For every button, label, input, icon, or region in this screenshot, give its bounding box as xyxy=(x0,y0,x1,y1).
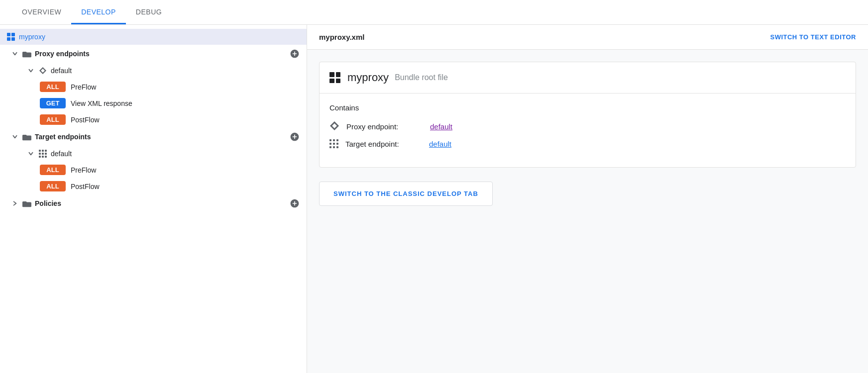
bundle-four-square-icon xyxy=(329,72,340,83)
proxy-endpoint-key: Proxy endpoint: xyxy=(346,122,426,131)
chevron-down-icon xyxy=(10,132,20,142)
target-endpoint-row: Target endpoint: default xyxy=(329,139,846,148)
proxy-postflow-badge: ALL xyxy=(40,114,66,125)
bundle-subtitle: Bundle root file xyxy=(395,73,448,82)
main-layout: myproxy Proxy endpoints xyxy=(0,25,868,373)
add-proxy-endpoint-button[interactable] xyxy=(289,48,301,60)
proxy-get-label: View XML response xyxy=(71,99,301,107)
proxy-endpoint-link[interactable]: default xyxy=(430,122,452,131)
bundle-card: myproxy Bundle root file Contains Pro xyxy=(319,62,856,168)
target-endpoint-key: Target endpoint: xyxy=(345,140,425,148)
chevron-down-icon xyxy=(26,149,36,159)
target-nine-dot-icon xyxy=(329,139,338,148)
sidebar-item-myproxy[interactable]: myproxy xyxy=(0,29,307,45)
diamond-icon xyxy=(38,66,48,76)
sidebar: myproxy Proxy endpoints xyxy=(0,25,307,373)
chevron-down-icon xyxy=(10,49,20,59)
folder-icon xyxy=(22,49,32,59)
top-nav: OVERVIEW DEVELOP DEBUG xyxy=(0,0,868,25)
sidebar-section-policies[interactable]: Policies xyxy=(0,194,307,212)
proxy-postflow-label: PostFlow xyxy=(71,116,301,124)
add-policy-button[interactable] xyxy=(289,197,301,209)
sidebar-item-proxy-preflow[interactable]: ALL PreFlow xyxy=(0,79,307,95)
folder-icon xyxy=(22,132,32,142)
right-panel: myproxy.xml SWITCH TO TEXT EDITOR my xyxy=(307,25,868,373)
target-preflow-badge: ALL xyxy=(40,165,66,175)
bundle-card-body: Contains Proxy endpoint: default xyxy=(320,93,856,167)
contains-label: Contains xyxy=(329,103,846,112)
file-title: myproxy.xml xyxy=(319,33,364,41)
sidebar-item-target-preflow[interactable]: ALL PreFlow xyxy=(0,162,307,178)
folder-icon xyxy=(22,198,32,208)
sidebar-item-target-default[interactable]: default xyxy=(0,146,307,162)
myproxy-label: myproxy xyxy=(19,33,301,41)
target-preflow-label: PreFlow xyxy=(71,166,301,174)
switch-to-text-editor-button[interactable]: SWITCH TO TEXT EDITOR xyxy=(770,33,856,41)
nine-dot-icon xyxy=(38,149,48,159)
proxy-default-label: default xyxy=(51,67,301,75)
target-postflow-badge: ALL xyxy=(40,181,66,191)
bundle-card-header: myproxy Bundle root file xyxy=(320,62,856,93)
bundle-name: myproxy xyxy=(347,71,389,84)
proxy-endpoint-row: Proxy endpoint: default xyxy=(329,121,846,132)
target-endpoint-link[interactable]: default xyxy=(429,140,451,148)
sidebar-section-target-endpoints[interactable]: Target endpoints xyxy=(0,128,307,146)
chevron-down-icon xyxy=(26,66,36,76)
proxy-get-badge: GET xyxy=(40,98,66,108)
sidebar-item-proxy-default[interactable]: default xyxy=(0,63,307,79)
right-content: myproxy Bundle root file Contains Pro xyxy=(307,50,868,373)
tab-develop[interactable]: DEVELOP xyxy=(71,1,126,24)
tab-debug[interactable]: DEBUG xyxy=(126,1,172,24)
switch-classic-develop-tab-button[interactable]: SWITCH TO THE CLASSIC DEVELOP TAB xyxy=(319,182,493,206)
sidebar-item-proxy-postflow[interactable]: ALL PostFlow xyxy=(0,111,307,128)
proxy-preflow-label: PreFlow xyxy=(71,83,301,91)
right-header: myproxy.xml SWITCH TO TEXT EDITOR xyxy=(307,25,868,50)
target-postflow-label: PostFlow xyxy=(71,183,301,190)
target-endpoints-label: Target endpoints xyxy=(35,133,289,141)
policies-label: Policies xyxy=(35,199,289,207)
sidebar-item-target-postflow[interactable]: ALL PostFlow xyxy=(0,178,307,194)
endpoint-diamond-icon xyxy=(329,121,339,132)
sidebar-item-proxy-get[interactable]: GET View XML response xyxy=(0,95,307,111)
proxy-preflow-badge: ALL xyxy=(40,82,66,92)
proxy-endpoints-label: Proxy endpoints xyxy=(35,50,289,58)
sidebar-section-proxy-endpoints[interactable]: Proxy endpoints xyxy=(0,45,307,63)
four-square-icon xyxy=(6,32,16,42)
tab-overview[interactable]: OVERVIEW xyxy=(12,1,71,24)
target-default-label: default xyxy=(51,150,301,158)
chevron-right-icon xyxy=(10,198,20,208)
add-target-endpoint-button[interactable] xyxy=(289,131,301,143)
